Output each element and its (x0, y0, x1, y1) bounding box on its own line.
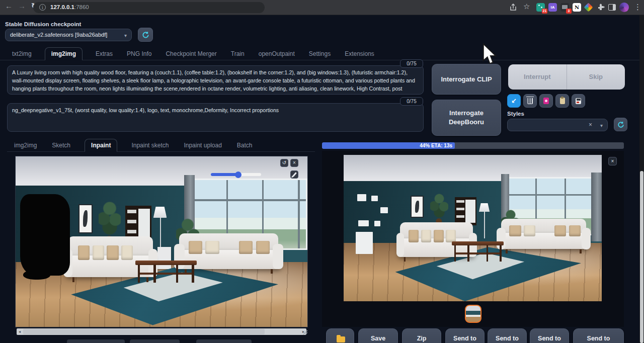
wall-shelf (455, 197, 477, 225)
close-gallery-icon[interactable]: × (608, 157, 617, 165)
styles-label: Styles (507, 111, 524, 117)
extension-icon-2[interactable]: 3 (560, 3, 569, 12)
checkpoint-value: deliberate_v2.safetensors [9aba26abdf] (10, 32, 107, 38)
brush-size-fill (211, 173, 237, 176)
puzzle-extensions-icon[interactable] (597, 4, 605, 12)
tab-extensions[interactable]: Extensions (344, 48, 375, 60)
paste-generation-params-button[interactable]: ↙ (507, 94, 521, 108)
folder-icon (337, 336, 345, 342)
sidebar-panel-icon[interactable] (608, 4, 616, 11)
skip-button[interactable]: Skip (567, 64, 625, 90)
tab-checkpoint-merger[interactable]: Checkpoint Merger (165, 48, 217, 60)
room-plant (430, 193, 448, 224)
open-folder-button[interactable] (326, 328, 354, 343)
cutoff-button[interactable] (67, 339, 125, 343)
send-to-extras-button[interactable]: Send to (530, 328, 569, 343)
clear-styles-icon[interactable]: × (589, 121, 592, 128)
generation-progress-bar: 44% ETA: 13s (322, 142, 624, 149)
output-gallery: × (322, 151, 624, 327)
send-to-inpaint-button[interactable]: Send to (488, 328, 527, 343)
tab-extras[interactable]: Extras (95, 48, 114, 60)
room-curtain (591, 173, 602, 241)
tab-sketch[interactable]: Sketch (51, 139, 71, 151)
refresh-icon (142, 31, 149, 39)
tab-txt2img[interactable]: txt2img (11, 48, 33, 60)
brush-size-handle[interactable] (235, 172, 242, 178)
checkpoint-dropdown[interactable]: deliberate_v2.safetensors [9aba26abdf] ▾ (5, 29, 132, 41)
negative-prompt-input[interactable]: ng_deepnegative_v1_75t, (worst quality, … (7, 103, 424, 132)
brush-size-slider[interactable] (211, 173, 261, 176)
extra-networks-button[interactable] (539, 94, 553, 108)
tab-img2img-mode[interactable]: img2img (13, 139, 38, 151)
tab-inpaint-sketch[interactable]: Inpaint sketch (130, 139, 170, 151)
browser-toolbar: ← → ↻ i 127.0.0.1:7860 ☆ 21 IA 3 N ⋮ (0, 0, 644, 15)
clear-prompt-button[interactable] (523, 94, 537, 108)
interrupt-skip-group: Interrupt Skip (508, 64, 625, 90)
undo-icon[interactable]: ↺ (280, 159, 288, 167)
forward-icon[interactable]: → (18, 2, 26, 10)
scroll-thumb[interactable] (23, 329, 265, 334)
tab-inpaint-upload[interactable]: Inpaint upload (183, 139, 222, 151)
scrollbar-thumb[interactable] (640, 171, 643, 343)
save-button[interactable]: Save (358, 328, 398, 343)
tab-batch[interactable]: Batch (236, 139, 254, 151)
wall-art (78, 204, 93, 233)
gallery-thumbnail-selected[interactable] (465, 305, 481, 323)
paste-arrow-icon: ↙ (511, 97, 517, 105)
diamond-extension-icon[interactable] (584, 3, 593, 12)
inpaint-mask-stroke (20, 194, 70, 276)
floor-lamp-pole (484, 212, 485, 238)
negative-token-counter: 0/75 (400, 97, 423, 106)
extension-icon-1[interactable]: 21 (536, 3, 545, 12)
send-to-img2img-button[interactable]: Send to (445, 328, 485, 343)
tab-img2img[interactable]: img2img (45, 47, 83, 60)
trash-icon (527, 98, 533, 104)
main-tab-bar: txt2img img2img Extras PNG Info Checkpoi… (0, 47, 644, 60)
brush-tool-button[interactable] (290, 170, 298, 179)
stable-diffusion-webui: ← → ↻ i 127.0.0.1:7860 ☆ 21 IA 3 N ⋮ Sta… (0, 0, 644, 343)
scroll-left-icon[interactable]: ◂ (17, 328, 23, 335)
save-style-button[interactable] (572, 94, 585, 108)
extension-icon-ia[interactable]: IA (548, 3, 557, 12)
styles-dropdown[interactable]: × ▾ (507, 119, 608, 131)
address-bar[interactable]: i 127.0.0.1:7860 (33, 2, 265, 13)
interrogate-deepbooru-button[interactable]: Interrogate DeepBooru (432, 100, 501, 136)
tab-train[interactable]: Train (230, 48, 246, 60)
extension-badge: 21 (542, 9, 547, 14)
cutoff-button[interactable] (196, 339, 252, 343)
canvas-hscrollbar[interactable]: ◂ ▸ (17, 328, 306, 335)
apply-styles-button[interactable] (555, 94, 569, 108)
menu-kebab-icon[interactable]: ⋮ (634, 3, 641, 12)
cutoff-button[interactable] (130, 339, 180, 343)
interrogate-clip-button[interactable]: Interrogate CLIP (432, 64, 501, 95)
tab-png-info[interactable]: PNG Info (126, 48, 152, 60)
checkpoint-label: Stable Diffusion checkpoint (5, 21, 81, 27)
mouse-cursor (481, 43, 498, 65)
avatar[interactable] (619, 3, 629, 12)
inpaint-canvas[interactable]: ↺ × (15, 156, 308, 327)
share-icon[interactable] (509, 4, 517, 12)
refresh-styles-button[interactable] (614, 118, 627, 131)
tab-inpaint[interactable]: Inpaint (85, 139, 117, 152)
zip-button[interactable]: Zip (402, 328, 441, 343)
page-scrollbar[interactable] (639, 15, 644, 343)
prompt-input[interactable]: A Luxury living room with high quality w… (7, 65, 424, 95)
resize-handle[interactable] (302, 329, 308, 335)
tab-openoutpaint[interactable]: openOutpaint (258, 48, 296, 60)
notion-icon[interactable]: N (573, 3, 581, 12)
generated-image[interactable] (344, 155, 602, 301)
refresh-checkpoint-button[interactable] (138, 28, 153, 42)
sofa-right (499, 219, 589, 252)
img2img-mode-tab-bar: img2img Sketch Inpaint Inpaint sketch In… (7, 139, 315, 152)
interrupt-button[interactable]: Interrupt (508, 64, 567, 90)
tab-settings[interactable]: Settings (308, 48, 332, 60)
bookmark-star-icon[interactable]: ☆ (523, 2, 530, 11)
back-icon[interactable]: ← (5, 2, 13, 10)
close-icon[interactable]: × (290, 159, 298, 167)
refresh-icon (617, 121, 624, 128)
info-icon[interactable]: i (39, 4, 46, 11)
send-to-button[interactable]: Send to (573, 328, 624, 343)
progress-text: 44% ETA: 13s (420, 142, 452, 149)
bookshelf (351, 189, 392, 258)
clipboard-icon (560, 98, 565, 104)
